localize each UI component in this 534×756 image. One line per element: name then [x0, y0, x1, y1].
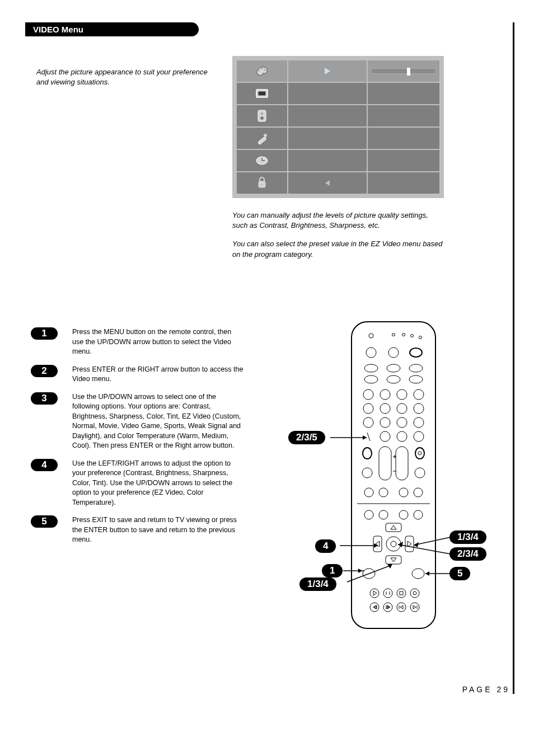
osd-empty	[288, 83, 367, 104]
step-text: Press ENTER or the RIGHT arrow button to…	[72, 365, 243, 384]
callout-4: 4	[315, 539, 336, 553]
osd-icon-audio	[237, 105, 287, 126]
osd-slider-cell	[368, 60, 439, 82]
osd-panel: You can manually adjust the levels of pi…	[232, 56, 444, 268]
step-text: Use the UP/DOWN arrows to select one of …	[72, 392, 243, 451]
svg-marker-111	[425, 571, 429, 576]
osd-screenshot	[232, 56, 444, 198]
speaker-icon	[256, 110, 268, 122]
svg-marker-109	[398, 542, 403, 547]
callout-234-right: 2/3/4	[449, 547, 486, 561]
callout-235: 2/3/5	[288, 431, 325, 444]
svg-marker-103	[358, 569, 362, 573]
step-item: 4 Use the LEFT/RIGHT arrows to adjust th…	[31, 459, 243, 508]
osd-video-label-cell	[288, 60, 367, 82]
wand-icon	[256, 132, 268, 144]
step-text: Press EXIT to save and return to TV view…	[72, 515, 243, 545]
osd-empty	[368, 150, 439, 171]
step-item: 1 Press the MENU button on the remote co…	[31, 327, 243, 357]
svg-marker-107	[414, 542, 419, 547]
step-number: 4	[31, 459, 58, 471]
osd-empty	[288, 105, 367, 126]
svg-marker-99	[363, 435, 367, 440]
callout-134-right: 1/3/4	[449, 530, 486, 544]
step-number: 5	[31, 515, 58, 528]
osd-caption-1: You can manually adjust the levels of pi…	[232, 210, 444, 231]
svg-rect-4	[258, 91, 266, 96]
svg-line-108	[398, 544, 451, 554]
svg-marker-101	[374, 543, 378, 548]
step-number: 1	[31, 327, 58, 340]
callout-5-right: 5	[449, 567, 470, 580]
osd-icon-timer	[237, 150, 287, 171]
osd-empty	[368, 105, 439, 126]
lock-icon	[257, 177, 267, 189]
osd-icon-lock	[237, 172, 287, 194]
svg-point-7	[260, 116, 264, 120]
callout-1: 1	[322, 564, 343, 577]
step-item: 3 Use the UP/DOWN arrows to select one o…	[31, 392, 243, 451]
osd-empty	[368, 172, 439, 194]
clock-icon	[256, 154, 268, 167]
remote-diagram: 2/3/5 4 1 1/3/4 1/3/4 2/3/4 5	[288, 319, 534, 638]
osd-empty	[288, 150, 367, 171]
callout-134-bottom: 1/3/4	[299, 577, 336, 591]
svg-point-1	[261, 68, 263, 70]
screen-icon	[256, 89, 268, 98]
svg-line-106	[414, 537, 451, 545]
palette-icon	[255, 65, 269, 77]
section-heading-text: VIDEO Menu	[33, 25, 83, 34]
osd-empty	[368, 128, 439, 149]
svg-rect-8	[258, 137, 266, 144]
manual-page: VIDEO Menu Adjust the picture appearance…	[25, 22, 514, 694]
step-number: 2	[31, 365, 58, 377]
osd-caption: You can manually adjust the levels of pi…	[232, 210, 444, 260]
step-item: 2 Press ENTER or the RIGHT arrow button …	[31, 365, 243, 384]
svg-point-6	[261, 112, 263, 115]
svg-line-104	[347, 565, 391, 582]
section-heading: VIDEO Menu	[25, 22, 199, 36]
page-number: PAGE 29	[462, 685, 510, 694]
steps-list: 1 Press the MENU button on the remote co…	[31, 327, 243, 553]
osd-empty	[288, 128, 367, 149]
intro-text: Adjust the picture appearance to suit yo…	[36, 67, 218, 87]
osd-icon-screen	[237, 83, 287, 104]
step-number: 3	[31, 392, 58, 405]
osd-caption-2: You can also select the preset value in …	[232, 239, 444, 259]
step-text: Use the LEFT/RIGHT arrows to adjust the …	[72, 459, 243, 508]
osd-empty	[368, 83, 439, 104]
svg-point-9	[264, 134, 267, 137]
osd-back-cell	[288, 172, 367, 194]
osd-icon-video	[237, 60, 287, 82]
svg-point-2	[264, 69, 266, 71]
osd-icon-setup	[237, 128, 287, 149]
svg-point-0	[259, 70, 260, 72]
step-text: Press the MENU button on the remote cont…	[72, 327, 243, 357]
step-item: 5 Press EXIT to save and return to TV vi…	[31, 515, 243, 545]
